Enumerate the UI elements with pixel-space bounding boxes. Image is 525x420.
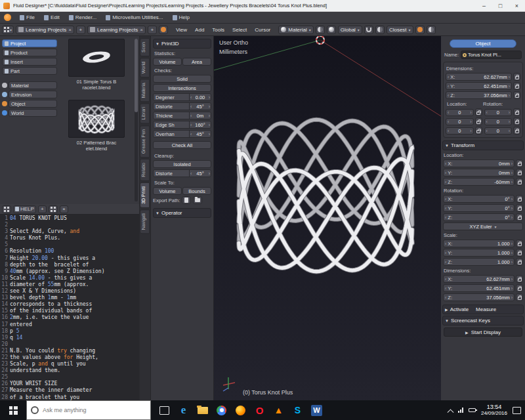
object-name-field[interactable]: Torus Knot Pl...	[461, 51, 522, 59]
decrement-arrow-icon[interactable]: ‹	[448, 75, 449, 79]
screen-layout-select[interactable]: Learning Projects ×	[16, 26, 74, 34]
taskbar-icon-firefox[interactable]	[234, 403, 247, 418]
tab-relatio[interactable]: Relatio	[140, 159, 150, 181]
increment-arrow-icon[interactable]: ›	[511, 295, 513, 300]
start-button[interactable]	[0, 400, 26, 420]
browser-cat-material[interactable]: Material	[9, 81, 57, 89]
taskbar-icon-folder[interactable]	[196, 403, 209, 418]
decrement-arrow-icon[interactable]: ‹	[445, 180, 446, 184]
increment-arrow-icon[interactable]: ›	[511, 206, 513, 211]
t-rotation-0-lock-button[interactable]	[516, 195, 523, 203]
browser-nav-insert[interactable]: Insert	[2, 58, 57, 66]
t-rotation-2-lock-button[interactable]	[516, 213, 523, 221]
increment-arrow-icon[interactable]: ›	[509, 129, 510, 133]
export-folder-button[interactable]	[193, 196, 202, 204]
decrement-arrow-icon[interactable]: ‹	[190, 132, 192, 136]
scale-to-bounds-button[interactable]: Bounds	[182, 187, 211, 195]
rotation-axis-0-lock-button[interactable]	[513, 108, 520, 116]
cleanup-distorted[interactable]: Distorte‹45°›	[153, 169, 211, 177]
increment-arrow-icon[interactable]: ›	[509, 119, 510, 124]
t-rotation-0-slider[interactable]: ‹X:0°›	[443, 195, 514, 203]
unlink-icon[interactable]: ×	[68, 27, 72, 33]
increment-arrow-icon[interactable]: ›	[511, 260, 513, 264]
decrement-arrow-icon[interactable]: ‹	[445, 197, 446, 201]
location-axis-1-lock-button[interactable]	[475, 117, 482, 125]
t-location-2-lock-button[interactable]	[516, 178, 523, 186]
decrement-arrow-icon[interactable]: ‹	[190, 104, 192, 109]
menu-microvellum-utilities[interactable]: Microvellum Utilities...	[101, 12, 167, 23]
snap-toggle-button[interactable]	[364, 26, 373, 34]
new-text-button[interactable]: +	[38, 205, 47, 213]
t-scale-2-lock-button[interactable]	[516, 258, 523, 266]
check-setting-0[interactable]: Degener‹0.00›	[153, 93, 211, 101]
viewport-menu-select[interactable]: Select	[229, 27, 250, 33]
scene-select[interactable]: Learning Projects ×	[87, 26, 146, 34]
decrement-arrow-icon[interactable]: ‹	[445, 295, 446, 300]
battery-icon[interactable]	[469, 408, 476, 412]
viewport-menu-tools[interactable]: Tools	[209, 27, 228, 33]
cortana-search-box[interactable]	[26, 400, 151, 420]
t-scale-1-slider[interactable]: ‹Y:1.000›	[443, 249, 514, 257]
increment-arrow-icon[interactable]: ›	[511, 171, 513, 175]
shading-mode-select[interactable]: Material ▾	[278, 26, 313, 34]
taskbar-icon-word[interactable]	[310, 403, 324, 418]
location-axis-2-lock-button[interactable]	[475, 127, 482, 135]
t-location-2-slider[interactable]: ‹Z:-60mm›	[443, 178, 514, 186]
viewport-menu-view[interactable]: View	[173, 27, 190, 33]
minimize-button[interactable]: –	[476, 0, 492, 11]
decrement-arrow-icon[interactable]: ‹	[190, 123, 192, 127]
taskbar-icon-skype[interactable]	[291, 403, 304, 418]
check-setting-4[interactable]: Overhan‹45°›	[153, 130, 211, 138]
t-location-0-slider[interactable]: ‹X:0mm›	[443, 159, 514, 167]
browser-nav-part[interactable]: Part	[2, 67, 57, 75]
decrement-arrow-icon[interactable]: ‹	[190, 95, 192, 100]
decrement-arrow-icon[interactable]: ‹	[448, 129, 449, 133]
network-icon[interactable]	[458, 408, 463, 413]
location-axis-0-slider[interactable]: ‹0›	[446, 109, 474, 116]
blender-logo-icon[interactable]	[4, 14, 11, 21]
taskbar-clock[interactable]: 13:54 24/09/2016	[481, 404, 507, 417]
increment-arrow-icon[interactable]: ›	[511, 286, 513, 291]
operator-panel-header[interactable]: ▼Operator	[153, 208, 211, 218]
open-text-button[interactable]	[49, 205, 58, 213]
orientation-select[interactable]: Global ▾	[338, 26, 362, 34]
export-file-button[interactable]	[182, 196, 191, 204]
increment-arrow-icon[interactable]: ›	[470, 129, 471, 133]
decrement-arrow-icon[interactable]: ‹	[486, 129, 488, 133]
tab-navigati[interactable]: Navigati	[140, 209, 150, 234]
scale-to-volume-button[interactable]: Volume	[153, 187, 182, 195]
taskbar-icon-opera[interactable]	[253, 403, 266, 418]
rotation-mode-select[interactable]: XYZ Euler ▾	[443, 222, 523, 230]
search-input[interactable]	[43, 407, 141, 413]
dimensions-2-lock-button[interactable]	[513, 91, 520, 99]
manipulator-translate-button[interactable]	[316, 26, 325, 34]
decrement-arrow-icon[interactable]: ‹	[445, 251, 446, 255]
tab-grease-pen[interactable]: Grease Pen	[140, 125, 150, 158]
increment-arrow-icon[interactable]: ›	[511, 180, 513, 184]
rotation-axis-2-lock-button[interactable]	[513, 127, 520, 135]
t-location-1-slider[interactable]: ‹Y:0mm›	[443, 169, 514, 177]
add-screen-button[interactable]: +	[76, 26, 85, 34]
taskbar-icon-task-view[interactable]	[158, 403, 171, 418]
render-engine-icon[interactable]	[159, 26, 168, 34]
t-rotation-1-slider[interactable]: ‹Y:0°›	[443, 204, 514, 212]
cleanup-isolated-button[interactable]: Isolated	[153, 160, 211, 168]
tab-world[interactable]: World	[140, 58, 150, 77]
browser-cat-world[interactable]: World	[9, 109, 57, 117]
taskbar-icon-edge[interactable]	[177, 403, 190, 418]
stat-area-button[interactable]: Area	[182, 58, 211, 66]
t-scale-0-lock-button[interactable]	[516, 240, 523, 247]
menu-file[interactable]: File	[15, 12, 39, 23]
start-display-button[interactable]: ▶ Start Display	[444, 327, 522, 337]
decrement-arrow-icon[interactable]: ‹	[445, 286, 446, 291]
t-location-1-lock-button[interactable]	[516, 169, 523, 177]
decrement-arrow-icon[interactable]: ‹	[486, 119, 488, 124]
editor-type-button[interactable]: ▾	[2, 26, 14, 34]
close-button[interactable]: ×	[509, 0, 525, 11]
editor-menu-button[interactable]	[2, 205, 11, 213]
t-dimensions-2-lock-button[interactable]	[516, 293, 523, 301]
dimensions-2-slider[interactable]: ‹Z:37.056mm›	[446, 91, 512, 99]
increment-arrow-icon[interactable]: ›	[511, 215, 513, 220]
browser-nav-product[interactable]: Product	[2, 49, 57, 56]
decrement-arrow-icon[interactable]: ‹	[445, 206, 446, 211]
